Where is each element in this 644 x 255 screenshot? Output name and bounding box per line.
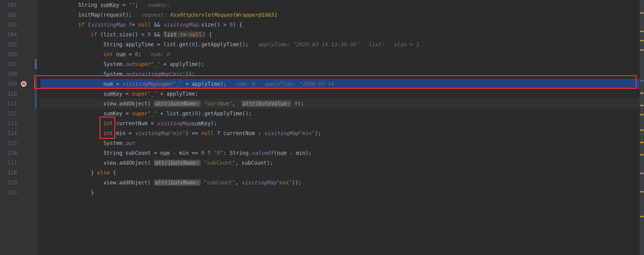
line-number: 108 bbox=[0, 69, 17, 79]
vcs-changed-marker bbox=[35, 79, 37, 109]
parameter-hint-chip: attributeName: bbox=[154, 101, 200, 107]
code-line[interactable]: String subCount = num - min == 0 ? "0": … bbox=[40, 148, 640, 158]
code-line[interactable]: sumKey = super"_" + list.get(0).getApply… bbox=[40, 109, 640, 118]
line-number: 116 bbox=[0, 148, 17, 158]
code-line[interactable]: view.addObject( attributeName: "sortNum"… bbox=[40, 99, 640, 109]
code-line-execution[interactable]: num = visitingMapsuper"_" + applyTime); … bbox=[40, 79, 640, 89]
line-number: 114 bbox=[0, 128, 17, 138]
warning-marker[interactable] bbox=[640, 40, 643, 41]
code-line[interactable]: String applyTime = list.get(0).getApplyT… bbox=[40, 39, 640, 49]
code-line[interactable]: initMap(request); request: XssHttpServle… bbox=[40, 10, 640, 20]
code-line[interactable]: view.addObject( attributeName: "subCount… bbox=[40, 158, 640, 168]
code-line[interactable]: } bbox=[40, 187, 640, 197]
parameter-hint-chip: attributeName: bbox=[154, 160, 200, 166]
code-line[interactable]: sumKey = super"_" + applyTime; bbox=[40, 89, 640, 99]
code-line[interactable]: String sumKey = ""; sumKey: bbox=[40, 0, 640, 10]
warning-marker[interactable] bbox=[640, 31, 643, 32]
line-number: 120 bbox=[0, 187, 17, 197]
line-number: 115 bbox=[0, 138, 17, 148]
line-number: 111 bbox=[0, 99, 17, 109]
parameter-hint-chip: attributeValue: bbox=[242, 101, 291, 107]
code-line[interactable]: System.outvisitingMap"min")); bbox=[40, 69, 640, 79]
warning-marker[interactable] bbox=[640, 114, 643, 115]
line-number: 118 bbox=[0, 168, 17, 178]
warning-marker[interactable] bbox=[640, 49, 643, 51]
warning-marker[interactable] bbox=[640, 105, 643, 106]
code-line[interactable]: if (list.size() > 0 && list != null) { bbox=[40, 30, 640, 39]
gutter-icons[interactable] bbox=[19, 0, 29, 255]
line-number: 106 bbox=[0, 49, 17, 59]
fold-marker-icon[interactable]: ⌄ bbox=[30, 170, 32, 179]
code-line[interactable]: System.out bbox=[40, 138, 640, 148]
warning-marker[interactable] bbox=[640, 12, 643, 14]
line-number: 117 bbox=[0, 158, 17, 168]
code-line[interactable]: int min = visitingMap"min") == null ? cu… bbox=[40, 128, 640, 138]
code-line[interactable]: if (visitingMap != null && visitingMap.s… bbox=[40, 20, 640, 30]
line-number-gutter: 101 102 103 104 105 106 107 108 109 110 … bbox=[0, 0, 19, 255]
warning-marker[interactable] bbox=[640, 191, 643, 192]
vcs-gutter bbox=[35, 0, 37, 255]
fold-marker-icon[interactable]: ⌄ bbox=[30, 31, 32, 41]
warning-marker[interactable] bbox=[640, 142, 643, 143]
line-number: 104 bbox=[0, 30, 17, 39]
code-line[interactable]: System.outsuper"_" + applyTime); bbox=[40, 59, 640, 69]
code-line[interactable]: int currentNum = visitingMapsumKey); bbox=[40, 118, 640, 128]
warning-marker[interactable] bbox=[640, 93, 643, 94]
warning-marker[interactable] bbox=[640, 130, 643, 131]
line-number: 109 bbox=[0, 79, 17, 89]
line-number: 105 bbox=[0, 39, 17, 49]
line-number: 107 bbox=[0, 59, 17, 69]
warning-marker[interactable] bbox=[640, 80, 643, 81]
line-number: 110 bbox=[0, 89, 17, 99]
fold-gutter[interactable]: ⌄ ⌄ ⌄ bbox=[29, 0, 35, 255]
line-number: 112 bbox=[0, 109, 17, 118]
line-number: 113 bbox=[0, 118, 17, 128]
fold-marker-icon[interactable]: ⌄ bbox=[30, 22, 32, 31]
line-number: 103 bbox=[0, 20, 17, 30]
parameter-hint-chip: attributeName: bbox=[154, 179, 200, 186]
vcs-changed-marker bbox=[35, 59, 37, 69]
code-line[interactable]: int num = 0; num: 0 bbox=[40, 49, 640, 59]
warning-marker[interactable] bbox=[640, 154, 643, 155]
warning-marker[interactable] bbox=[640, 216, 643, 217]
error-stripe[interactable] bbox=[640, 0, 644, 255]
code-line[interactable]: view.addObject( attributeName: "subCount… bbox=[40, 178, 640, 187]
line-number: 119 bbox=[0, 178, 17, 187]
line-number: 102 bbox=[0, 10, 17, 20]
code-line[interactable]: } else { bbox=[40, 168, 640, 178]
breakpoint-icon[interactable] bbox=[21, 81, 26, 87]
code-editor[interactable]: 101 102 103 104 105 106 107 108 109 110 … bbox=[0, 0, 644, 255]
code-area[interactable]: String sumKey = ""; sumKey: initMap(requ… bbox=[37, 0, 640, 255]
line-number: 101 bbox=[0, 0, 17, 10]
warning-marker[interactable] bbox=[640, 173, 643, 174]
